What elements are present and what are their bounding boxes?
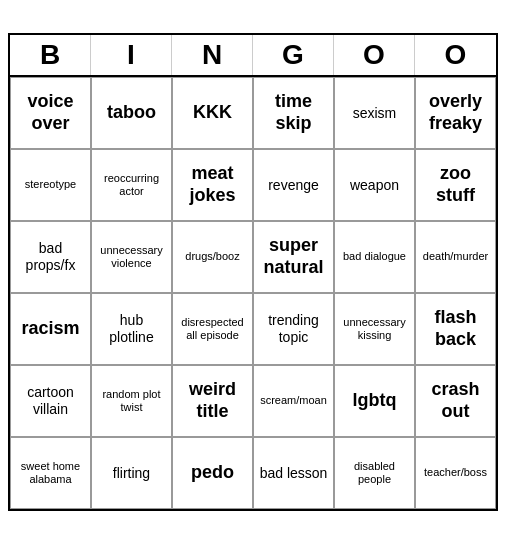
bingo-cell-12: bad props/fx (10, 221, 91, 293)
bingo-board: BINGOO voice overtabooKKKtime skipsexism… (8, 33, 498, 511)
bingo-header: BINGOO (10, 35, 496, 77)
bingo-cell-28: lgbtq (334, 365, 415, 437)
bingo-cell-4: sexism (334, 77, 415, 149)
bingo-cell-26: weird title (172, 365, 253, 437)
bingo-cell-11: zoo stuff (415, 149, 496, 221)
bingo-cell-21: trending topic (253, 293, 334, 365)
bingo-cell-22: unnecessary kissing (334, 293, 415, 365)
bingo-cell-30: sweet home alabama (10, 437, 91, 509)
bingo-cell-20: disrespected all episode (172, 293, 253, 365)
bingo-cell-13: unnecessary violence (91, 221, 172, 293)
bingo-cell-31: flirting (91, 437, 172, 509)
bingo-cell-6: stereotype (10, 149, 91, 221)
bingo-cell-18: racism (10, 293, 91, 365)
bingo-cell-7: reoccurring actor (91, 149, 172, 221)
bingo-cell-16: bad dialogue (334, 221, 415, 293)
bingo-cell-5: overly freaky (415, 77, 496, 149)
bingo-cell-1: taboo (91, 77, 172, 149)
bingo-cell-23: flash back (415, 293, 496, 365)
bingo-cell-24: cartoon villain (10, 365, 91, 437)
bingo-cell-2: KKK (172, 77, 253, 149)
bingo-cell-10: weapon (334, 149, 415, 221)
header-letter-g-3: G (253, 35, 334, 75)
bingo-cell-35: teacher/boss (415, 437, 496, 509)
header-letter-o-5: O (415, 35, 496, 75)
header-letter-i-1: I (91, 35, 172, 75)
header-letter-n-2: N (172, 35, 253, 75)
bingo-cell-0: voice over (10, 77, 91, 149)
bingo-cell-33: bad lesson (253, 437, 334, 509)
bingo-cell-19: hub plotline (91, 293, 172, 365)
bingo-grid: voice overtabooKKKtime skipsexismoverly … (10, 77, 496, 509)
bingo-cell-25: random plot twist (91, 365, 172, 437)
bingo-cell-14: drugs/booz (172, 221, 253, 293)
bingo-cell-27: scream/moan (253, 365, 334, 437)
bingo-cell-34: disabled people (334, 437, 415, 509)
header-letter-b-0: B (10, 35, 91, 75)
bingo-cell-17: death/murder (415, 221, 496, 293)
bingo-cell-9: revenge (253, 149, 334, 221)
bingo-cell-8: meat jokes (172, 149, 253, 221)
bingo-cell-15: super natural (253, 221, 334, 293)
bingo-cell-29: crash out (415, 365, 496, 437)
bingo-cell-32: pedo (172, 437, 253, 509)
bingo-cell-3: time skip (253, 77, 334, 149)
header-letter-o-4: O (334, 35, 415, 75)
